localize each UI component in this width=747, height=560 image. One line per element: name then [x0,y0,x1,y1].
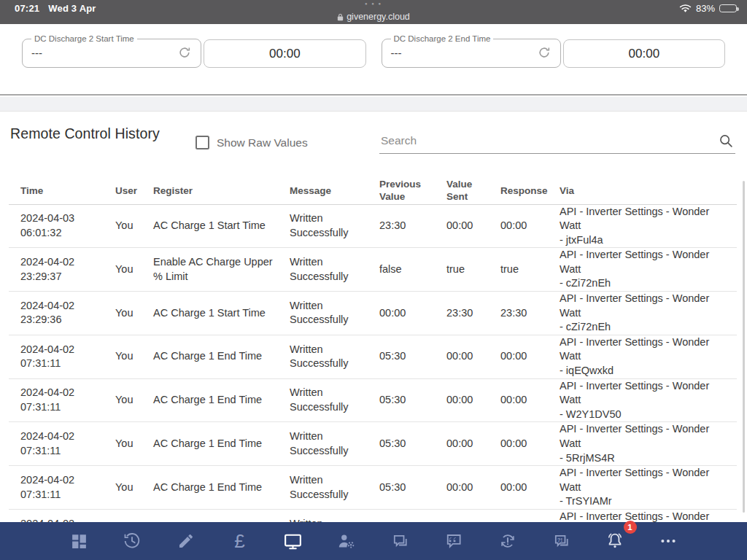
pound-icon: £ [234,532,244,551]
table-row[interactable]: 2024-04-02 07:31:11 You AC Charge 1 End … [9,335,737,378]
nav-support-chat-button[interactable]: ?! [545,525,577,557]
dc-discharge2-start-group: DC Discharge 2 Start Time --- 00:00 [22,34,366,68]
address-url: givenergy.cloud [347,12,410,22]
refresh-icon[interactable] [177,45,192,60]
cell-via: API - Inverter Settings - Wonder Watt - … [548,335,737,378]
cell-response: 23:30 [489,292,548,335]
refresh-icon[interactable] [537,45,551,60]
cell-previous-value: false [368,248,435,292]
cell-user: You [104,378,142,422]
table-row[interactable]: 2024-04-02 07:31:11 You AC Charge 1 End … [9,466,737,510]
cell-register: AC Charge 1 Start Time [142,292,278,335]
search-input[interactable] [379,128,735,153]
nav-more-button[interactable] [652,525,684,557]
cell-response: 00:00 [489,466,548,510]
cell-via: API - Inverter Settings - Wonder Watt - … [548,204,737,248]
col-previous-value[interactable]: Previous Value [368,177,435,204]
nav-notifications-button[interactable]: 1 [599,525,631,557]
cell-register: AC Charge 1 End Time [142,335,278,378]
col-register[interactable]: Register [142,177,278,204]
cell-via: API - Inverter Settings - Wonder Watt - … [548,248,737,292]
section-divider [0,97,747,112]
cell-value-sent: true [435,248,489,292]
cell-response: 00:00 [489,335,548,378]
cell-response: 00:00 [489,422,548,466]
cell-user: You [104,335,142,378]
battery-icon [719,4,737,13]
chat-question-icon: ?! [552,532,570,551]
pencil-icon [177,532,195,550]
dashboard-icon [70,532,88,551]
nav-edit-button[interactable] [170,525,202,557]
battery-percent: 83% [696,3,715,14]
cell-user: You [104,248,142,292]
cell-response: 00:00 [489,378,548,422]
cell-time: 2024-04-02 23:29:37 [9,248,104,292]
cell-value-sent: 00:00 [435,204,489,248]
field-label: DC Discharge 2 Start Time [31,34,137,43]
cell-value-sent: 23:30 [435,292,489,335]
svg-text:?!: ?! [557,536,562,542]
page-title: Remote Control History [10,125,160,142]
table-row[interactable]: 2024-04-02 07:31:11 You AC Charge 1 End … [9,378,737,422]
lock-icon [337,13,344,21]
cell-register: Enable AC Charge Upper % Limit [142,248,278,292]
table-row[interactable]: 2024-04-03 06:01:32 You AC Charge 1 Star… [9,204,737,248]
cell-previous-value: 00:00 [368,292,435,335]
dc-discharge2-start-time-input[interactable]: 00:00 [204,39,365,68]
col-value-sent[interactable]: Value Sent [435,177,489,204]
show-raw-values-label: Show Raw Values [217,136,308,149]
search-icon[interactable] [718,133,734,149]
cell-time: 2024-04-02 07:31:11 [9,422,104,466]
field-value: --- [391,47,402,59]
cell-response: 00:00 [489,204,548,248]
cell-previous-value: 05:30 [368,422,435,466]
table-row[interactable]: 2024-04-02 23:29:37 You Enable AC Charge… [9,248,737,292]
nav-history-button[interactable] [116,525,148,557]
nav-messages-button[interactable] [384,525,417,557]
col-message[interactable]: Message [278,177,368,204]
cell-message: Written Successfully [278,248,368,292]
nav-dashboard-button[interactable] [63,525,95,557]
address-bar[interactable]: givenergy.cloud [0,12,747,22]
dc-discharge2-end-select[interactable]: DC Discharge 2 End Time --- [382,34,561,68]
show-raw-values-checkbox[interactable] [196,136,209,149]
cell-time: 2024-04-02 23:29:36 [9,292,104,335]
tab-overview-dots[interactable]: ● ● ● [0,0,747,7]
nav-sync-alert-button[interactable] [492,525,524,557]
col-time[interactable]: Time [9,177,104,204]
cell-message: Written Successfully [278,378,368,422]
scrollbar[interactable] [743,181,745,513]
cell-value-sent: 00:00 [435,422,489,466]
cell-via: API - Inverter Settings - Wonder Watt - … [548,422,737,466]
comment-quote-icon [444,532,463,551]
cell-user: You [104,292,142,335]
screen: 07:21 Wed 3 Apr ● ● ● givenergy.cloud 83… [0,0,747,560]
table-row[interactable]: 2024-04-02 07:31:11 You AC Charge 1 End … [9,422,737,466]
nav-account-settings-button[interactable] [330,525,363,557]
cell-previous-value: 05:30 [368,335,435,378]
cell-via: API - Inverter Settings - Wonder Watt - … [548,378,737,422]
cell-user: You [104,422,142,466]
cell-message: Written Successfully [278,466,368,510]
cell-register: AC Charge 1 End Time [142,466,278,510]
show-raw-values-group: Show Raw Values [196,136,308,149]
dc-discharge2-end-time-input[interactable]: 00:00 [563,39,725,68]
cell-previous-value: 05:30 [368,378,435,422]
cell-time: 2024-04-02 07:31:11 [9,378,104,422]
col-via[interactable]: Via [548,177,737,204]
dc-discharge2-start-select[interactable]: DC Discharge 2 Start Time --- [22,34,201,68]
nav-feedback-button[interactable] [438,525,470,557]
table-header-row: Time User Register Message Previous Valu… [9,177,737,204]
field-value: --- [31,47,42,59]
cell-register: AC Charge 1 End Time [142,378,278,422]
col-user[interactable]: User [104,177,142,204]
table-row[interactable]: 2024-04-02 23:29:36 You AC Charge 1 Star… [9,292,737,335]
col-response[interactable]: Response [489,177,548,204]
notification-badge: 1 [624,521,637,534]
forum-icon [391,532,409,551]
cell-time: 2024-04-02 07:31:11 [9,335,104,378]
nav-remote-control-button[interactable] [277,525,309,557]
cell-time: 2024-04-03 06:01:32 [9,204,104,248]
nav-tariff-button[interactable]: £ [223,525,255,557]
